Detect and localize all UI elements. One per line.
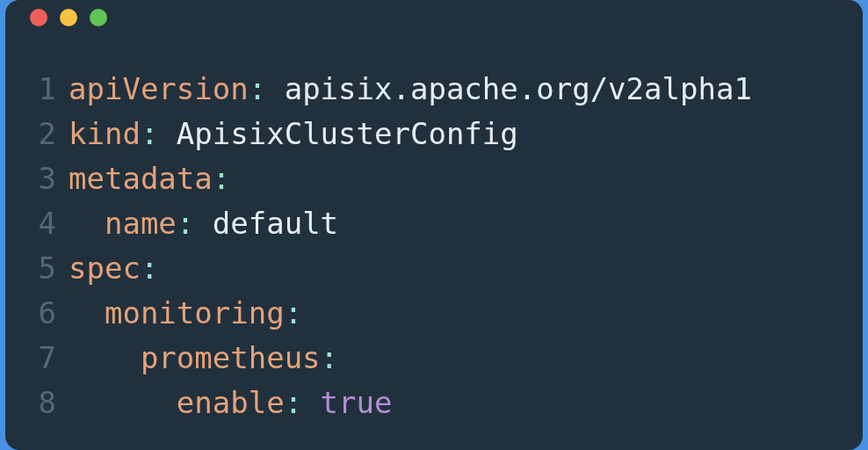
line-content: enable: true	[69, 381, 838, 425]
line-number: 5	[30, 246, 69, 291]
line-number: 7	[30, 336, 69, 381]
code-line: 8 enable: true	[30, 381, 838, 425]
line-content: kind: ApisixClusterConfig	[69, 112, 838, 156]
line-number: 4	[30, 201, 69, 246]
code-token: enable	[177, 385, 285, 420]
code-token: spec	[69, 250, 141, 286]
line-content: prometheus:	[69, 336, 838, 381]
code-token: :	[285, 295, 302, 330]
line-number: 8	[30, 381, 69, 425]
line-content: metadata:	[69, 156, 838, 201]
line-content: spec:	[69, 246, 838, 291]
code-line: 2kind: ApisixClusterConfig	[30, 112, 838, 156]
code-token: :	[177, 206, 213, 241]
code-token	[69, 385, 177, 420]
code-token	[69, 295, 105, 330]
code-line: 4 name: default	[30, 201, 838, 246]
code-token: name	[105, 206, 177, 241]
code-token: :	[321, 340, 338, 375]
code-token: apiVersion	[69, 71, 249, 106]
line-number: 3	[30, 156, 69, 201]
code-token: :	[141, 250, 158, 286]
code-token: kind	[69, 116, 141, 151]
code-token: monitoring	[105, 295, 285, 330]
line-content: name: default	[69, 201, 838, 246]
code-line: 5spec:	[30, 246, 838, 291]
minimize-icon[interactable]	[60, 9, 77, 26]
code-token	[69, 340, 141, 375]
code-token: ApisixClusterConfig	[177, 116, 518, 151]
code-token: :	[213, 161, 230, 196]
line-number: 6	[30, 291, 69, 336]
code-token: true	[321, 385, 393, 420]
code-line: 3metadata:	[30, 156, 838, 201]
titlebar	[5, 0, 863, 35]
line-content: monitoring:	[69, 291, 838, 336]
code-line: 6 monitoring:	[30, 291, 838, 336]
line-number: 1	[30, 67, 69, 112]
code-editor[interactable]: 1apiVersion: apisix.apache.org/v2alpha12…	[5, 35, 863, 450]
code-token: default	[213, 206, 338, 241]
code-token: metadata	[69, 161, 213, 196]
line-content: apiVersion: apisix.apache.org/v2alpha1	[69, 67, 838, 112]
code-token: prometheus	[141, 340, 321, 375]
code-token: :	[249, 71, 285, 106]
code-line: 1apiVersion: apisix.apache.org/v2alpha1	[30, 67, 838, 112]
close-icon[interactable]	[30, 9, 47, 26]
zoom-icon[interactable]	[90, 9, 107, 26]
code-token: :	[285, 385, 321, 420]
line-number: 2	[30, 112, 69, 156]
code-token: :	[141, 116, 177, 151]
code-line: 7 prometheus:	[30, 336, 838, 381]
code-window: 1apiVersion: apisix.apache.org/v2alpha12…	[5, 0, 863, 450]
code-token: apisix.apache.org/v2alpha1	[285, 71, 752, 106]
code-token	[69, 206, 105, 241]
